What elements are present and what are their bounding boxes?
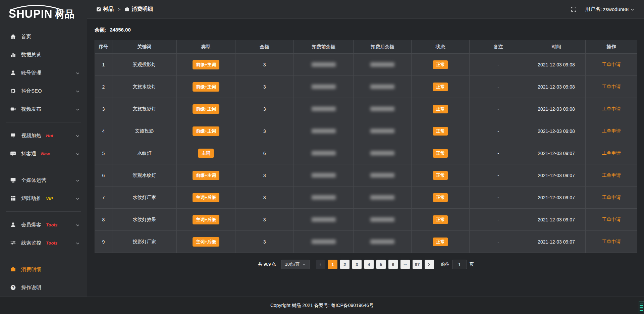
- ticket-apply-link[interactable]: 工单申请: [602, 62, 621, 67]
- svg-text:?: ?: [12, 286, 14, 290]
- masked-value: [370, 217, 394, 222]
- masked-value: [370, 129, 394, 133]
- chevron-down-icon: [75, 134, 80, 138]
- sidebar-item-member-baoke[interactable]: 会员爆客Tools: [0, 216, 87, 234]
- type-badge: 前缀+主词: [193, 104, 219, 114]
- amount-cell: 3: [235, 164, 294, 187]
- masked-value: [312, 107, 336, 111]
- masked-value: [370, 62, 394, 67]
- page-button-97[interactable]: 97: [413, 260, 422, 269]
- after-balance-cell: [354, 209, 412, 231]
- sidebar-item-label: 会员爆客: [21, 222, 41, 228]
- time-cell: 2021-12-03 09:08: [527, 120, 586, 142]
- status-badge: 正常: [433, 238, 448, 246]
- page-size-value: 10条/页: [285, 261, 300, 267]
- goto-page-input[interactable]: [452, 260, 467, 269]
- sidebar-item-label: 操作说明: [21, 284, 41, 291]
- sidebar-item-douyin-seo[interactable]: 抖音SEO: [0, 82, 87, 100]
- sidebar-item-lead-monitor[interactable]: 线索监控Tools: [0, 234, 87, 252]
- table-row: 5水纹灯主词6正常-2021-12-03 09:07工单申请: [95, 142, 637, 164]
- amount-cell: 6: [235, 142, 294, 164]
- keyword-cell: 水纹灯效果: [112, 209, 176, 231]
- prev-page-button[interactable]: [316, 260, 325, 269]
- time-cell: 2021-12-03 09:07: [527, 231, 586, 253]
- ticket-apply-link[interactable]: 工单申请: [602, 84, 621, 89]
- sidebar-item-video-publish[interactable]: 视频发布: [0, 100, 87, 118]
- sidebar-item-badge: VIP: [46, 196, 53, 201]
- type-cell: 前缀+主词: [177, 98, 235, 120]
- breadcrumb-root[interactable]: 树品: [103, 6, 114, 13]
- chevron-down-icon: [75, 196, 80, 201]
- page-button-5[interactable]: 5: [376, 260, 386, 269]
- before-balance-cell: [294, 142, 354, 164]
- after-balance-cell: [354, 98, 412, 120]
- sidebar-item-label: 线索监控: [21, 240, 41, 246]
- sidebar-item-matrix-boost[interactable]: 矩阵助推VIP: [0, 189, 87, 207]
- after-balance-cell: [354, 187, 412, 209]
- remark-cell: -: [470, 231, 527, 253]
- action-cell: 工单申请: [586, 76, 637, 98]
- username-value: zswodun88: [603, 6, 629, 12]
- fullscreen-icon[interactable]: [571, 6, 577, 12]
- amount-cell: 3: [235, 209, 294, 231]
- action-cell: 工单申请: [586, 120, 637, 142]
- time-cell: 2021-12-03 09:07: [527, 164, 586, 187]
- type-badge: 主词: [198, 149, 214, 158]
- page-button-4[interactable]: 4: [364, 260, 374, 269]
- page-button-3[interactable]: 3: [352, 260, 362, 269]
- ticket-apply-link[interactable]: 工单申请: [602, 217, 621, 222]
- amount-cell: 3: [235, 98, 294, 120]
- ticket-apply-link[interactable]: 工单申请: [602, 106, 621, 111]
- ticket-apply-link[interactable]: 工单申请: [602, 195, 621, 200]
- ticket-apply-link[interactable]: 工单申请: [602, 150, 621, 156]
- after-balance-cell: [354, 164, 412, 187]
- masked-value: [370, 173, 394, 177]
- masked-value: [370, 195, 394, 200]
- ticket-apply-link[interactable]: 工单申请: [602, 128, 621, 134]
- page-buttons: 123456•••97: [327, 260, 423, 269]
- grid-icon: [10, 195, 16, 201]
- sidebar-item-video-heat[interactable]: 视频加热Hot: [0, 126, 87, 145]
- masked-value: [370, 85, 394, 89]
- action-cell: 工单申请: [586, 231, 637, 253]
- sidebar-item-data-overview[interactable]: 数据总览: [0, 46, 87, 64]
- sidebar-item-douketong[interactable]: 抖客通New: [0, 145, 87, 163]
- more-pages-button[interactable]: •••: [400, 260, 410, 269]
- before-balance-cell: [294, 98, 354, 120]
- sidebar-item-all-media-operation[interactable]: 全媒体运营: [0, 171, 87, 189]
- page-size-select[interactable]: 10条/页: [281, 260, 310, 269]
- action-cell: 工单申请: [586, 164, 637, 187]
- page-button-2[interactable]: 2: [340, 260, 350, 269]
- next-page-button[interactable]: [425, 260, 434, 269]
- table-header-row: 序号关键词类型金额扣费前余额扣费后余额状态备注时间操作: [95, 40, 637, 54]
- sliders-icon: [10, 240, 16, 246]
- status-badge: 正常: [433, 215, 448, 224]
- copyright-text: Copyright 树品 2021 备案号: 粤ICP备09019646号: [270, 303, 374, 309]
- remark-cell: -: [470, 187, 527, 209]
- page-button-6[interactable]: 6: [388, 260, 398, 269]
- chat-widget[interactable]: [639, 301, 644, 313]
- chat-icon: [10, 151, 16, 157]
- time-cell: 2021-12-03 09:08: [527, 54, 586, 76]
- keyword-cell: 文旅水纹灯: [112, 76, 176, 98]
- sidebar-item-operation-guide[interactable]: ?操作说明: [0, 278, 87, 297]
- time-cell: 2021-12-03 09:07: [527, 209, 586, 231]
- type-cell: 前缀+主词: [177, 120, 235, 142]
- page-button-1[interactable]: 1: [328, 260, 337, 269]
- masked-value: [312, 240, 336, 244]
- keyword-cell: 文旅投影: [112, 120, 176, 142]
- column-header: 状态: [412, 40, 470, 54]
- column-header: 备注: [470, 40, 527, 54]
- ticket-apply-link[interactable]: 工单申请: [602, 239, 621, 244]
- sidebar-item-consumption-detail[interactable]: 消费明细: [0, 260, 87, 278]
- user-menu[interactable]: 用户名: zswodun88: [585, 6, 635, 12]
- keyword-cell: 景观水纹灯: [112, 164, 176, 187]
- sidebar-item-label: 抖音SEO: [21, 88, 42, 94]
- column-header: 扣费后余额: [354, 40, 412, 54]
- chart-icon: [10, 52, 16, 58]
- sidebar-item-home[interactable]: 首页: [0, 28, 87, 46]
- sidebar-item-account-management[interactable]: 账号管理: [0, 64, 87, 82]
- ticket-apply-link[interactable]: 工单申请: [602, 172, 621, 178]
- doc-icon: [96, 7, 101, 12]
- table-row: 7水纹灯厂家主词+后缀3正常-2021-12-03 09:07工单申请: [95, 187, 637, 209]
